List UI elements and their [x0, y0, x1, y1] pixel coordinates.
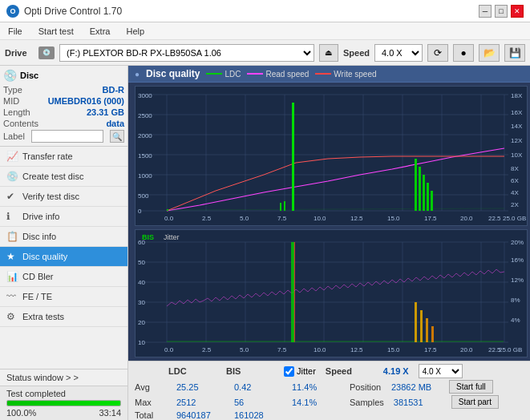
stats-avg-row: Avg 25.25 0.42 11.4% Position 23862 MB S… [135, 380, 524, 394]
svg-text:7.5: 7.5 [277, 346, 287, 353]
progress-bar-fill [7, 401, 120, 406]
svg-text:12X: 12X [511, 137, 523, 144]
legend-ldc-label: LDC [225, 70, 241, 79]
chart-header: ● Disc quality LDC Read speed Write spee… [128, 66, 530, 83]
disc-label-label: Label [3, 131, 25, 141]
svg-text:40: 40 [138, 279, 145, 286]
nav-extra-tests[interactable]: ⚙ Extra tests [0, 307, 127, 327]
legend-read-speed: Read speed [247, 70, 309, 79]
disc-length-row: Length 23.31 GB [3, 107, 124, 117]
svg-text:12%: 12% [511, 277, 524, 284]
jitter-checkbox[interactable] [284, 366, 294, 377]
start-full-button[interactable]: Start full [449, 380, 493, 394]
drive-label: Drive [5, 48, 34, 58]
close-button[interactable]: ✕ [511, 5, 524, 18]
verify-test-disc-icon: ✔ [6, 191, 18, 202]
status-section: Status window > > Test completed 100.0% … [0, 369, 127, 420]
svg-rect-50 [423, 175, 425, 211]
svg-text:17.5: 17.5 [424, 346, 437, 353]
status-window-label: Status window > > [6, 373, 79, 382]
nav-verify-test-disc-label: Verify test disc [22, 192, 79, 201]
eject-button[interactable]: ⏏ [319, 44, 338, 62]
avg-jitter: 11.4% [292, 382, 340, 392]
maximize-button[interactable]: □ [495, 5, 508, 18]
extra-tests-icon: ⚙ [6, 311, 18, 322]
progress-percent: 100.0% [6, 408, 36, 418]
right-panel: ● Disc quality LDC Read speed Write spee… [128, 66, 530, 420]
jitter-check[interactable]: Jitter [284, 366, 316, 377]
status-time: 33:14 [99, 408, 121, 418]
disc-label-input[interactable] [31, 130, 103, 143]
svg-text:25.0 GB: 25.0 GB [499, 346, 522, 353]
nav-fe-te[interactable]: 〰 FE / TE [0, 287, 127, 307]
disc-section-title: Disc [20, 71, 38, 80]
svg-text:2500: 2500 [138, 112, 152, 119]
svg-rect-83 [167, 341, 504, 342]
start-part-button[interactable]: Start part [451, 395, 499, 409]
svg-text:6X: 6X [511, 177, 519, 184]
svg-text:0.0: 0.0 [164, 215, 174, 222]
svg-text:20.0: 20.0 [460, 346, 473, 353]
svg-text:22.5: 22.5 [488, 215, 501, 222]
menu-help[interactable]: Help [123, 25, 148, 38]
disc-label-button[interactable]: 🔍 [110, 130, 124, 143]
nav-transfer-rate[interactable]: 📈 Transfer rate [0, 147, 127, 167]
svg-text:10X: 10X [511, 151, 523, 159]
nav-fe-te-label: FE / TE [22, 292, 52, 301]
disc-type-row: Type BD-R [3, 85, 124, 95]
minimize-button[interactable]: ─ [479, 5, 492, 18]
nav-transfer-rate-label: Transfer rate [22, 151, 73, 161]
cd-bler-icon: 📊 [6, 271, 18, 282]
disc-type-label: Type [3, 85, 22, 95]
refresh-button[interactable]: ⟳ [427, 44, 448, 62]
svg-text:2.5: 2.5 [202, 215, 212, 222]
avg-bis: 0.42 [234, 382, 282, 392]
menubar: File Start test Extra Help [0, 22, 530, 40]
nav-create-test-disc[interactable]: 💿 Create test disc [0, 167, 127, 187]
drive-select[interactable]: (F:) PLEXTOR BD-R PX-LB950SA 1.06 [59, 44, 314, 62]
record-button[interactable]: ● [453, 44, 474, 62]
svg-text:10.0: 10.0 [314, 346, 326, 353]
avg-position-label: Position [350, 382, 382, 392]
nav-cd-bler[interactable]: 📊 CD Bler [0, 267, 127, 287]
legend-read-speed-color [247, 73, 263, 75]
nav-disc-info[interactable]: 📋 Disc info [0, 227, 127, 247]
disc-header: 💿 Disc [3, 69, 124, 82]
disc-label-row: Label 🔍 [3, 130, 124, 143]
nav-drive-info[interactable]: ℹ Drive info [0, 207, 127, 227]
legend-read-speed-label: Read speed [265, 70, 309, 79]
svg-text:Jitter: Jitter [164, 233, 180, 241]
drive-toolbar: Drive 💿 (F:) PLEXTOR BD-R PX-LB950SA 1.0… [0, 40, 530, 66]
speed-display: 4.19 X [383, 366, 409, 376]
jitter-line [167, 269, 504, 306]
stats-panel: LDC BIS Jitter Speed 4.19 X 4.0 X Avg 25… [128, 361, 530, 420]
save-button[interactable]: 💾 [504, 44, 525, 62]
nav-verify-test-disc[interactable]: ✔ Verify test disc [0, 187, 127, 207]
fe-te-icon: 〰 [6, 291, 18, 302]
speed-select[interactable]: 4.0 X [374, 44, 423, 62]
create-test-disc-icon: 💿 [6, 171, 18, 182]
svg-rect-85 [415, 302, 417, 342]
svg-text:25.0 GB: 25.0 GB [503, 215, 526, 222]
max-samples-label: Samples [350, 398, 384, 407]
menu-file[interactable]: File [5, 25, 26, 38]
app-icon: O [6, 5, 19, 18]
avg-position-value: 23862 MB [391, 382, 439, 392]
legend-write-speed-label: Write speed [334, 70, 376, 79]
total-ldc: 9640187 [176, 410, 225, 420]
svg-text:8X: 8X [511, 165, 519, 172]
open-button[interactable]: 📂 [479, 44, 500, 62]
main-layout: 💿 Disc Type BD-R MID UMEBDR016 (000) Len… [0, 66, 530, 420]
menu-extra[interactable]: Extra [87, 25, 114, 38]
drive-icon: 💿 [38, 46, 55, 59]
svg-text:18X: 18X [511, 92, 523, 99]
disc-section-icon: 💿 [3, 69, 17, 82]
status-window-nav[interactable]: Status window > > [0, 370, 127, 386]
speed-dropdown-select[interactable]: 4.0 X [419, 364, 463, 378]
nav-disc-quality[interactable]: ★ Disc quality [0, 247, 127, 267]
menu-start-test[interactable]: Start test [35, 25, 77, 38]
disc-type-value: BD-R [103, 85, 125, 95]
svg-text:12.5: 12.5 [350, 346, 363, 353]
svg-text:60: 60 [138, 239, 145, 246]
svg-text:16%: 16% [511, 256, 524, 264]
